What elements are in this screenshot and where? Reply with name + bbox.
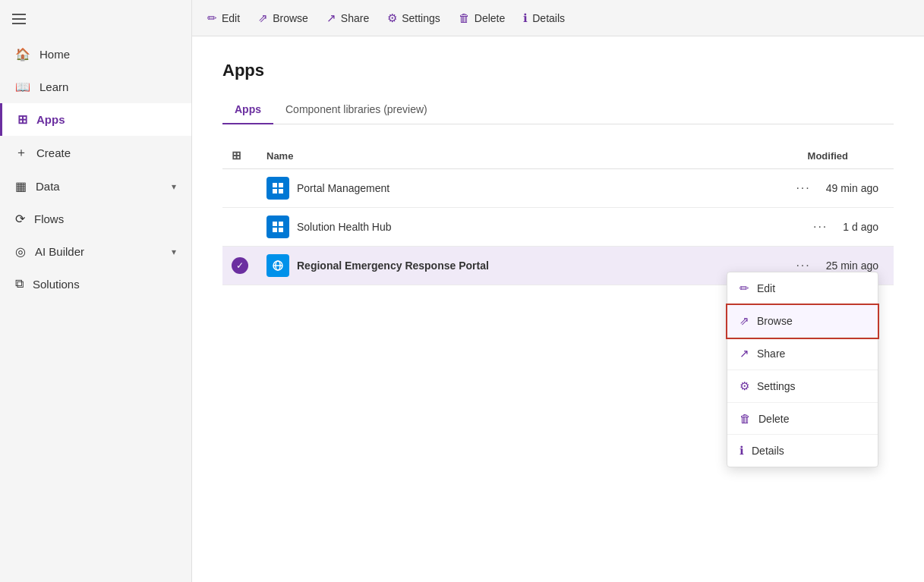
toolbar-delete[interactable]: 🗑 Delete (459, 11, 505, 24)
details-icon: ℹ (523, 11, 528, 25)
sidebar-item-label: Home (39, 48, 70, 61)
sidebar-item-solutions[interactable]: ⧉ Solutions (0, 268, 191, 300)
table-grid-icon: ⊞ (232, 149, 241, 162)
sidebar-item-learn[interactable]: 📖 Learn (0, 71, 191, 103)
row-checkbox-selected: ✓ (222, 247, 257, 285)
toolbar-details[interactable]: ℹ Details (523, 11, 565, 25)
app-icon-portal-management (266, 177, 289, 200)
svg-rect-3 (279, 189, 283, 193)
toolbar-settings-label: Settings (402, 12, 440, 24)
solutions-icon: ⧉ (15, 277, 24, 291)
row-name-cell: Portal Management (257, 169, 690, 208)
settings-icon: ⚙ (387, 11, 397, 25)
app-icon-solution-health (266, 215, 289, 238)
svg-rect-2 (273, 189, 277, 193)
row-checkbox (222, 208, 257, 247)
context-menu-browse[interactable]: ⇗ Browse (727, 305, 878, 338)
svg-rect-7 (279, 228, 283, 232)
table-row[interactable]: Solution Health Hub ··· 1 d ago (222, 208, 894, 247)
main-area: ✏ Edit ⇗ Browse ↗ Share ⚙ Settings 🗑 Del… (192, 0, 924, 582)
context-delete-icon: 🗑 (740, 412, 751, 425)
sidebar-item-data[interactable]: ▦ Data ▾ (0, 170, 191, 203)
svg-rect-0 (273, 183, 277, 187)
sidebar-item-ai-builder[interactable]: ◎ AI Builder ▾ (0, 235, 191, 268)
col-checkbox-header: ⊞ (222, 143, 257, 169)
row-dots-button[interactable]: ··· (790, 178, 816, 198)
context-menu-details[interactable]: ℹ Details (727, 435, 878, 467)
app-name: Regional Emergency Response Portal (297, 260, 489, 272)
svg-rect-5 (279, 222, 283, 226)
context-menu: ✏ Edit ⇗ Browse ↗ Share ⚙ Settings 🗑 Del… (727, 272, 878, 467)
page-title: Apps (222, 61, 894, 80)
row-dots-button[interactable]: ··· (807, 217, 834, 237)
data-chevron: ▾ (172, 181, 176, 192)
table-row[interactable]: Portal Management ··· 49 min ago (222, 169, 894, 208)
context-details-label: Details (752, 445, 784, 457)
ai-builder-icon: ◎ (15, 244, 26, 259)
context-delete-label: Delete (758, 413, 789, 425)
toolbar-edit[interactable]: ✏ Edit (207, 11, 240, 25)
toolbar-browse-label: Browse (273, 12, 308, 24)
row-modified: ··· 1 d ago (690, 208, 894, 247)
create-icon: ＋ (15, 145, 27, 161)
browse-icon: ⇗ (258, 11, 268, 25)
context-edit-icon: ✏ (740, 282, 749, 295)
sidebar-item-label: Flows (34, 212, 64, 225)
app-name: Portal Management (297, 182, 389, 194)
modified-time: 49 min ago (826, 182, 878, 194)
context-browse-label: Browse (757, 315, 793, 327)
row-name-cell: Solution Health Hub (257, 208, 690, 247)
home-icon: 🏠 (15, 47, 30, 61)
tabs-bar: Apps Component libraries (preview) (222, 96, 894, 124)
selected-check-icon: ✓ (232, 257, 248, 274)
context-menu-settings[interactable]: ⚙ Settings (727, 370, 878, 403)
row-modified: ··· 49 min ago (690, 169, 894, 208)
sidebar-item-label: Learn (39, 80, 68, 93)
delete-icon: 🗑 (459, 11, 470, 24)
sidebar-item-label: Data (36, 180, 60, 193)
sidebar-item-label: Solutions (33, 278, 80, 291)
svg-rect-6 (273, 228, 277, 232)
context-settings-label: Settings (757, 380, 796, 392)
toolbar-share-label: Share (341, 12, 369, 24)
svg-rect-1 (279, 183, 283, 187)
edit-icon: ✏ (207, 11, 217, 25)
apps-table: ⊞ Name Modified Portal Managemen (222, 143, 894, 285)
toolbar-browse[interactable]: ⇗ Browse (258, 11, 308, 25)
row-name-cell: Regional Emergency Response Portal (257, 247, 690, 285)
sidebar-item-home[interactable]: 🏠 Home (0, 38, 191, 71)
context-menu-edit[interactable]: ✏ Edit (727, 272, 878, 305)
context-browse-icon: ⇗ (740, 314, 749, 328)
row-checkbox (222, 169, 257, 208)
app-icon-emergency (266, 254, 289, 277)
modified-time: 1 d ago (843, 221, 878, 233)
toolbar-settings[interactable]: ⚙ Settings (387, 11, 440, 25)
sidebar: 🏠 Home 📖 Learn ⊞ Apps ＋ Create ▦ Data ▾ … (0, 0, 192, 582)
data-icon: ▦ (15, 179, 27, 193)
sidebar-item-create[interactable]: ＋ Create (0, 136, 191, 170)
modified-time: 25 min ago (826, 260, 878, 272)
context-share-label: Share (757, 348, 785, 360)
toolbar-details-label: Details (532, 12, 565, 24)
toolbar-share[interactable]: ↗ Share (326, 11, 369, 25)
toolbar: ✏ Edit ⇗ Browse ↗ Share ⚙ Settings 🗑 Del… (192, 0, 924, 36)
context-menu-share[interactable]: ↗ Share (727, 338, 878, 370)
sidebar-item-apps[interactable]: ⊞ Apps (0, 103, 191, 136)
context-menu-delete[interactable]: 🗑 Delete (727, 403, 878, 435)
context-settings-icon: ⚙ (740, 379, 749, 393)
sidebar-item-flows[interactable]: ⟳ Flows (0, 203, 191, 235)
tab-apps[interactable]: Apps (222, 96, 273, 124)
share-icon: ↗ (326, 11, 336, 25)
app-name: Solution Health Hub (297, 221, 392, 233)
sidebar-item-label: Apps (36, 113, 65, 126)
learn-icon: 📖 (15, 80, 30, 94)
toolbar-delete-label: Delete (475, 12, 505, 24)
context-edit-label: Edit (757, 282, 775, 294)
content-area: Apps Apps Component libraries (preview) … (192, 36, 924, 582)
hamburger-menu[interactable] (0, 0, 191, 38)
ai-builder-chevron: ▾ (172, 247, 176, 257)
apps-icon: ⊞ (17, 112, 27, 127)
tab-component-libraries[interactable]: Component libraries (preview) (273, 96, 440, 124)
flows-icon: ⟳ (15, 212, 25, 226)
context-details-icon: ℹ (740, 444, 744, 458)
